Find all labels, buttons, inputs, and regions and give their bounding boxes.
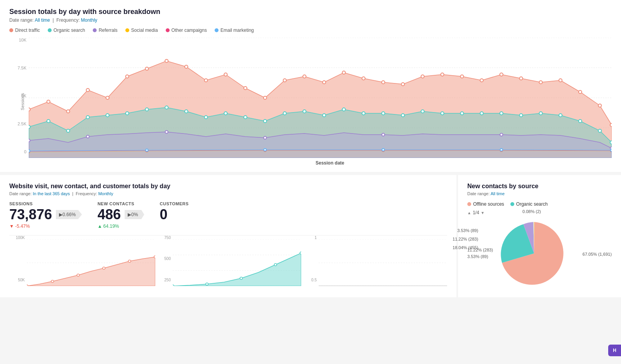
contacts-change: ▲ 64.19% — [97, 224, 144, 229]
svg-point-25 — [421, 75, 424, 78]
legend-item-other: Other campaigns — [166, 28, 207, 33]
svg-point-40 — [106, 114, 109, 117]
svg-point-27 — [460, 75, 463, 78]
svg-point-51 — [323, 114, 326, 117]
svg-point-11 — [145, 67, 148, 70]
svg-point-61 — [520, 114, 523, 117]
contacts-y-750: 750 — [155, 236, 171, 240]
y-axis-label: Sessions — [20, 93, 25, 111]
pie-chart-container: 3.53% (89) 11.22% (283) 18.04% (455) 0.0… — [499, 218, 569, 289]
top-chart-date-range: All time — [35, 17, 50, 23]
svg-point-117 — [274, 263, 277, 266]
legend-dot-organic — [48, 28, 52, 32]
bottom-left-subtitle: Date range: In the last 365 days | Frequ… — [9, 191, 447, 196]
svg-point-72 — [500, 133, 503, 136]
customers-mini-svg — [319, 239, 447, 286]
y-tick-0: 0 — [9, 149, 26, 154]
svg-point-34 — [598, 104, 601, 107]
svg-point-65 — [598, 129, 601, 132]
svg-point-49 — [283, 112, 286, 115]
svg-point-39 — [86, 116, 89, 119]
svg-point-44 — [185, 110, 188, 113]
contacts-y-500: 500 — [155, 257, 171, 261]
customers-metric: CUSTOMERS 0 — [160, 201, 189, 222]
svg-point-30 — [520, 77, 523, 80]
svg-point-62 — [539, 112, 542, 115]
bl-date-range: In the last 365 days — [33, 191, 70, 196]
svg-point-66 — [610, 141, 612, 144]
svg-point-90 — [500, 149, 503, 151]
svg-point-17 — [264, 96, 267, 99]
legend-label-email: Email marketing — [220, 28, 254, 33]
mini-charts-row: 100K 50K 750 — [9, 235, 447, 287]
sessions-mini-svg — [27, 239, 155, 286]
y-tick-10k: 10K — [9, 38, 26, 42]
svg-point-88 — [264, 149, 266, 151]
svg-point-32 — [559, 79, 562, 82]
sessions-y-100k: 100K — [9, 236, 25, 240]
svg-point-7 — [66, 110, 69, 113]
svg-point-31 — [539, 81, 542, 84]
svg-point-91 — [611, 149, 612, 151]
svg-point-104 — [27, 285, 28, 286]
contacts-badge: ▶ 0% — [125, 210, 144, 219]
svg-point-21 — [342, 71, 345, 74]
svg-point-19 — [303, 75, 306, 78]
pie-nav-up-icon[interactable]: ▲ — [467, 211, 471, 215]
sessions-y-50k: 50K — [9, 278, 25, 282]
svg-point-55 — [401, 114, 404, 117]
customers-y-1: 1 — [301, 236, 317, 240]
legend-label-referrals: Referrals — [99, 28, 118, 33]
pie-left-labels: 3.53% (89) 11.22% (283) 18.04% (455) — [453, 226, 478, 252]
sessions-badge: ▶ 0.66% — [56, 210, 82, 219]
pie-pagination: 1/4 — [473, 210, 479, 215]
svg-point-116 — [240, 277, 243, 279]
svg-point-57 — [441, 112, 444, 115]
svg-point-24 — [401, 83, 404, 86]
svg-point-28 — [480, 79, 483, 82]
pie-nav-down-icon[interactable]: ▼ — [481, 211, 485, 215]
pie-legend-offline: Offline sources — [467, 201, 504, 207]
pie-dot-offline — [467, 202, 471, 206]
bl-frequency: Monthly — [98, 191, 113, 196]
x-axis-label: Session date — [48, 160, 612, 166]
sessions-change: ▼ -5.47% — [9, 224, 82, 229]
svg-point-20 — [323, 81, 326, 84]
svg-point-45 — [205, 116, 208, 119]
legend-dot-direct — [9, 28, 13, 32]
svg-point-69 — [165, 131, 168, 133]
top-chart-subtitle: Date range: All time | Frequency: Monthl… — [9, 17, 612, 23]
contacts-y-250: 250 — [155, 278, 171, 282]
top-chart-frequency: Monthly — [81, 17, 97, 23]
customers-value: 0 — [160, 207, 168, 222]
pie-svg — [499, 218, 569, 288]
contacts-mini-chart: 750 500 250 — [155, 235, 301, 287]
top-chart-section: Session totals by day with source breakd… — [0, 0, 621, 172]
sessions-value: 73,876 — [9, 207, 52, 222]
svg-point-35 — [610, 123, 612, 127]
pie-top-label: 0.08% (2) — [522, 209, 541, 214]
svg-point-37 — [47, 120, 50, 123]
svg-point-50 — [303, 110, 306, 113]
main-chart-svg: Sep 2017 Feb 2018 Jul 2018 Dec 2018 May … — [29, 38, 612, 158]
legend-item-social: Social media — [125, 28, 158, 33]
svg-point-108 — [128, 260, 131, 262]
svg-point-47 — [244, 116, 247, 119]
svg-point-67 — [29, 139, 30, 142]
svg-point-15 — [224, 73, 227, 76]
top-chart-legend: Direct traffic Organic search Referrals … — [9, 28, 612, 33]
pie-pct-1122: 11.22% (283) — [453, 235, 478, 243]
pie-label-organic: Organic search — [516, 201, 548, 207]
y-tick-25k: 2.5K — [9, 121, 26, 126]
bottom-left-title: Website visit, new contact, and customer… — [9, 183, 447, 190]
svg-point-38 — [66, 129, 69, 132]
legend-dot-other — [166, 28, 170, 32]
pie-label-offline: Offline sources — [473, 201, 504, 207]
svg-point-60 — [500, 112, 503, 115]
bottom-right-panel: New contacts by source Date range: All t… — [458, 175, 621, 297]
pie-pct-353: 3.53% (89) — [453, 226, 478, 235]
svg-point-114 — [173, 285, 174, 286]
legend-label-social: Social media — [131, 28, 158, 33]
svg-point-89 — [382, 149, 384, 151]
svg-point-8 — [86, 88, 89, 92]
